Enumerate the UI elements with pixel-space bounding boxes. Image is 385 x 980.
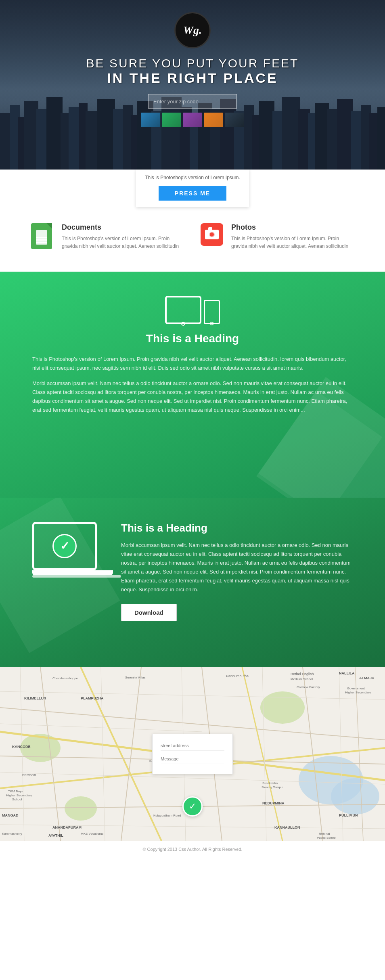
section2-content: ✓ This is a Heading Morbi accumsan ipsum…: [32, 522, 353, 622]
svg-text:Sreekrisha: Sreekrisha: [262, 781, 278, 785]
green2-para: Morbi accumsan ipsum velit. Nam nec tell…: [121, 541, 353, 595]
green2-heading: This is a Heading: [121, 522, 353, 534]
green-section-1: This is a Heading This is Photoshop's ve…: [0, 272, 385, 498]
hero-wrapper: Wg. BE SURE YOU PUT YOUR FEET IN THE RIG…: [0, 0, 385, 207]
feature-documents: Documents This is Photoshop's version of…: [31, 223, 184, 251]
hero-card: This is Photoshop's version of Lorem Ips…: [136, 170, 249, 207]
svg-text:School: School: [12, 798, 22, 801]
document-lines: [36, 237, 47, 244]
doc-line-2: [36, 239, 47, 241]
svg-rect-27: [282, 97, 300, 170]
thumbnail-5[interactable]: [225, 113, 244, 127]
svg-text:Rohinat: Rohinat: [319, 832, 330, 836]
photos-title: Photos: [231, 223, 354, 232]
svg-text:Serenity Villas: Serenity Villas: [125, 676, 146, 679]
svg-text:ANANDAPURAM: ANANDAPURAM: [52, 825, 82, 829]
thumbnail-4[interactable]: [204, 113, 223, 127]
hero-card-text: This is Photoshop's version of Lorem Ips…: [144, 174, 241, 181]
svg-text:Medium School: Medium School: [291, 677, 313, 681]
svg-rect-3: [24, 101, 38, 170]
svg-point-41: [260, 691, 305, 724]
section2-text: This is a Heading Morbi accumsan ipsum v…: [121, 522, 353, 622]
hero-logo: Wg.: [174, 12, 211, 48]
hero-section: Wg. BE SURE YOU PUT YOUR FEET IN THE RIG…: [0, 0, 385, 170]
svg-text:Kammacherry: Kammacherry: [2, 832, 22, 836]
features-section: Documents This is Photoshop's version of…: [0, 207, 385, 272]
green1-heading: This is a Heading: [32, 332, 353, 345]
doc-line-3: [36, 242, 47, 243]
svg-text:NALLILA: NALLILA: [339, 671, 355, 675]
footer-text: © Copyright 2013 Css Author. All Rights …: [6, 847, 379, 852]
tablet-icon: [165, 296, 201, 324]
svg-text:KANNAULLON: KANNAULLON: [274, 825, 300, 829]
hero-thumbnails: [141, 113, 244, 127]
document-content: Documents This is Photoshop's version of…: [62, 223, 184, 251]
green1-para1: This is Photoshop's version of Lorem Ips…: [32, 355, 353, 373]
thumbnail-2[interactable]: [162, 113, 181, 127]
svg-point-40: [65, 796, 97, 821]
svg-text:Chandanashoppe: Chandanashoppe: [52, 676, 78, 680]
thumbnail-3[interactable]: [183, 113, 202, 127]
laptop-check-icon: ✓: [52, 534, 77, 558]
document-description: This is Photoshop's version of Lorem Ips…: [62, 235, 184, 250]
svg-rect-32: [337, 99, 353, 170]
svg-text:PEROOR: PEROOR: [22, 773, 36, 777]
svg-text:MKS Vocational: MKS Vocational: [81, 832, 104, 836]
svg-text:Government: Government: [347, 687, 365, 690]
hero-line1: BE SURE YOU PUT YOUR FEET: [86, 57, 299, 70]
document-icon-wrap: [31, 223, 55, 251]
zip-code-input[interactable]: [148, 94, 237, 109]
map-section: Pennumputha Bethel English Medium School…: [0, 667, 385, 841]
svg-text:NEDUPMINA: NEDUPMINA: [262, 801, 285, 805]
svg-text:Higher Secondary: Higher Secondary: [345, 691, 371, 694]
thumbnail-1[interactable]: [141, 113, 160, 127]
svg-line-55: [0, 724, 202, 732]
svg-rect-21: [220, 99, 236, 170]
photos-content: Photos This is Photoshop's version of Lo…: [231, 223, 354, 251]
svg-text:Cashew Factory: Cashew Factory: [297, 685, 320, 689]
doc-line-1: [36, 237, 47, 238]
laptop-base: [32, 570, 113, 575]
map-check-badge: ✓: [182, 796, 203, 817]
svg-text:Pennumputha: Pennumputha: [226, 674, 249, 678]
svg-text:Public School: Public School: [317, 836, 337, 840]
svg-rect-36: [377, 107, 385, 170]
svg-text:Higher Secondary: Higher Secondary: [6, 794, 32, 797]
message-input[interactable]: [161, 754, 224, 764]
svg-text:PULLIMUN: PULLIMUN: [339, 813, 358, 817]
hero-line2: IN THE RIGHT PLACE: [86, 70, 299, 86]
camera-body: [205, 230, 219, 239]
svg-rect-5: [46, 97, 63, 170]
svg-rect-10: [97, 99, 115, 170]
document-title: Documents: [62, 223, 184, 232]
green-section-2: ✓ This is a Heading Morbi accumsan ipsum…: [0, 498, 385, 667]
feature-photos: Photos This is Photoshop's version of Lo…: [201, 223, 354, 251]
camera-icon-wrap: [201, 223, 225, 251]
svg-rect-4: [36, 109, 48, 170]
phone-icon: [204, 300, 220, 324]
press-me-button[interactable]: PRESS ME: [159, 186, 226, 201]
svg-text:AYATHIL: AYATHIL: [48, 833, 63, 838]
document-icon: [31, 223, 52, 249]
svg-text:TKM Boys: TKM Boys: [8, 789, 23, 793]
map-contact-box: [152, 734, 233, 774]
hero-headline: BE SURE YOU PUT YOUR FEET IN THE RIGHT P…: [86, 57, 299, 86]
download-button[interactable]: Download: [121, 604, 177, 621]
svg-text:Swamy Temple: Swamy Temple: [262, 785, 284, 789]
svg-line-54: [0, 691, 385, 699]
svg-text:KILIMELLUR: KILIMELLUR: [24, 696, 46, 700]
svg-rect-30: [315, 103, 329, 170]
svg-line-50: [121, 667, 141, 841]
laptop-icon-wrap: ✓: [32, 522, 105, 578]
svg-text:PLAMPUZHA: PLAMPUZHA: [81, 696, 104, 700]
svg-line-59: [101, 667, 105, 841]
photos-description: This is Photoshop's version of Lorem Ips…: [231, 235, 354, 250]
svg-text:Kulappatham Road: Kulappatham Road: [153, 814, 181, 817]
footer: © Copyright 2013 Css Author. All Rights …: [0, 841, 385, 857]
svg-rect-31: [327, 109, 338, 170]
svg-text:Bethel English: Bethel English: [291, 672, 314, 676]
address-input[interactable]: [161, 741, 224, 751]
devices-icon: [32, 296, 353, 324]
logo-text: Wg.: [183, 24, 202, 37]
svg-rect-14: [137, 101, 153, 170]
